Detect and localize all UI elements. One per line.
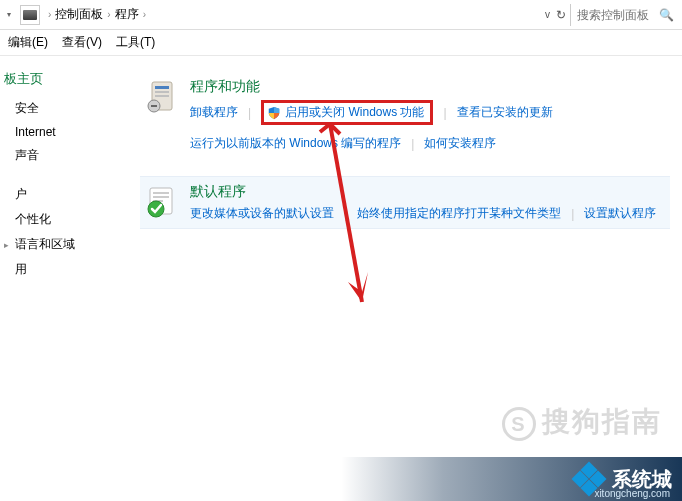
- svg-rect-5: [151, 105, 157, 107]
- svg-rect-3: [155, 95, 169, 97]
- link-how-install[interactable]: 如何安装程序: [424, 135, 496, 152]
- sidebar-item-label: 户: [15, 186, 27, 203]
- brand-url: xitongcheng.com: [594, 488, 670, 499]
- breadcrumb-control-panel[interactable]: 控制面板: [55, 6, 103, 23]
- separator: |: [443, 106, 446, 120]
- link-uninstall[interactable]: 卸载程序: [190, 104, 238, 121]
- menu-edit[interactable]: 编辑(E): [8, 34, 48, 51]
- shield-icon: [267, 106, 281, 120]
- sidebar-item-personalization[interactable]: ▸ 个性化: [0, 207, 128, 232]
- search-input[interactable]: [577, 8, 655, 22]
- link-set-default[interactable]: 设置默认程序: [584, 205, 656, 222]
- address-actions: v ↻: [545, 8, 566, 22]
- chevron-right-icon: ›: [143, 9, 146, 20]
- search-box[interactable]: 🔍: [570, 4, 680, 26]
- svg-rect-2: [155, 91, 169, 93]
- sidebar-item-internet[interactable]: ▸ Internet: [0, 121, 128, 143]
- sidebar-item-label: 用: [15, 261, 27, 278]
- breadcrumb: › 控制面板 › 程序 ›: [44, 6, 545, 23]
- menu-bar: 编辑(E) 查看(V) 工具(T): [0, 30, 682, 56]
- sidebar-item-user[interactable]: ▸ 户: [0, 182, 128, 207]
- separator: |: [344, 207, 347, 221]
- link-run-old-programs[interactable]: 运行为以前版本的 Windows 编写的程序: [190, 135, 401, 152]
- sidebar: 板主页 ▸ 安全 ▸ Internet ▸ 声音 ▸ 户 ▸ 个性化 ▸ 语言和…: [0, 56, 128, 501]
- category-title: 默认程序: [190, 183, 666, 201]
- svg-rect-8: [153, 196, 169, 198]
- svg-rect-1: [155, 86, 169, 89]
- separator: |: [571, 207, 574, 221]
- search-icon[interactable]: 🔍: [659, 8, 674, 22]
- programs-icon[interactable]: [20, 5, 40, 25]
- sidebar-item-ease[interactable]: ▸ 用: [0, 257, 128, 282]
- link-change-media[interactable]: 更改媒体或设备的默认设置: [190, 205, 334, 222]
- separator: |: [248, 106, 251, 120]
- menu-view[interactable]: 查看(V): [62, 34, 102, 51]
- history-dropdown-icon[interactable]: ▾: [2, 10, 16, 19]
- sidebar-item-security[interactable]: ▸ 安全: [0, 96, 128, 121]
- link-always-open[interactable]: 始终使用指定的程序打开某种文件类型: [357, 205, 561, 222]
- link-windows-features-highlighted[interactable]: 启用或关闭 Windows 功能: [261, 100, 433, 125]
- sidebar-item-label: Internet: [15, 125, 56, 139]
- watermark-sogou: S搜狗指南: [502, 403, 662, 442]
- sidebar-item-label: 安全: [15, 100, 39, 117]
- breadcrumb-programs[interactable]: 程序: [115, 6, 139, 23]
- refresh-icon[interactable]: ↻: [556, 8, 566, 22]
- dropdown-icon[interactable]: v: [545, 9, 550, 20]
- sidebar-item-label: 个性化: [15, 211, 51, 228]
- chevron-icon: ▸: [4, 240, 9, 250]
- footer-brand: 系统城 xitongcheng.com: [0, 457, 682, 501]
- category-default-programs: 默认程序 更改媒体或设备的默认设置 | 始终使用指定的程序打开某种文件类型 | …: [140, 176, 670, 229]
- svg-rect-7: [153, 192, 169, 194]
- sidebar-item-sound[interactable]: ▸ 声音: [0, 143, 128, 168]
- category-title: 程序和功能: [190, 78, 666, 96]
- sidebar-item-label: 声音: [15, 147, 39, 164]
- category-programs-features: 程序和功能 卸载程序 | 启用或关闭 Windows 功能 |: [140, 72, 670, 158]
- link-view-updates[interactable]: 查看已安装的更新: [457, 104, 553, 121]
- sidebar-item-label: 语言和区域: [15, 236, 75, 253]
- sidebar-item-language-region[interactable]: ▸ 语言和区域: [0, 232, 128, 257]
- separator: |: [411, 137, 414, 151]
- default-programs-icon: [144, 183, 180, 219]
- menu-tools[interactable]: 工具(T): [116, 34, 155, 51]
- programs-features-icon: [144, 78, 180, 114]
- address-bar: ▾ › 控制面板 › 程序 › v ↻ 🔍: [0, 0, 682, 30]
- chevron-right-icon: ›: [107, 9, 110, 20]
- chevron-right-icon: ›: [48, 9, 51, 20]
- link-windows-features[interactable]: 启用或关闭 Windows 功能: [285, 104, 424, 121]
- sogou-logo-icon: S: [502, 407, 536, 441]
- sidebar-title: 板主页: [0, 66, 128, 96]
